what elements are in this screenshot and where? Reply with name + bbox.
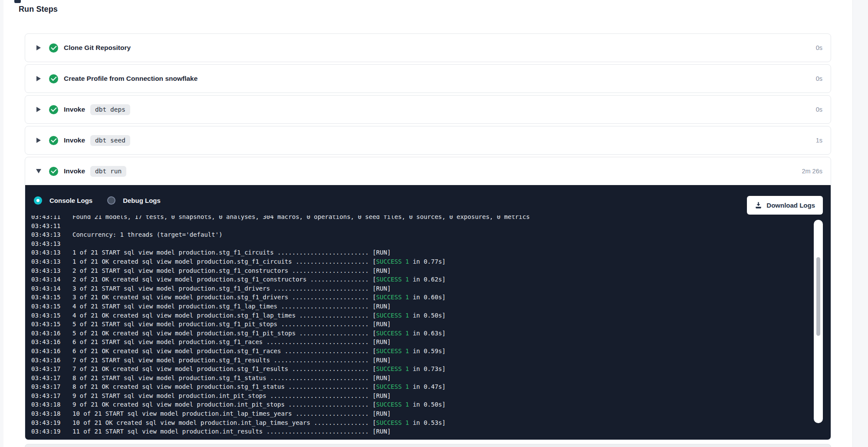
log-line: 03:43:153 of 21 OK created sql view mode… (31, 293, 831, 302)
log-success-badge: SUCCESS 1 (376, 330, 409, 337)
step-label: Create Profile from Connection snowflake (64, 75, 197, 83)
log-success-badge: SUCCESS 1 (376, 365, 409, 372)
log-timestamp: 03:43:19 (31, 427, 72, 436)
success-check-icon (49, 74, 58, 83)
success-check-icon (49, 105, 58, 114)
log-line: 03:43:166 of 21 START sql view model pro… (31, 338, 831, 347)
log-message: 6 of 21 OK created sql view model produc… (72, 348, 446, 354)
step-header[interactable]: Invoke dbt run 2m 26s (25, 157, 831, 185)
run-steps-list: Clone Git Repository 0s Create Profile f… (25, 33, 831, 442)
log-line: 03:43:154 of 21 OK created sql view mode… (31, 311, 831, 320)
log-message: 7 of 21 OK created sql view model produc… (72, 365, 446, 372)
log-timestamp: 03:43:13 (31, 257, 72, 266)
log-timestamp: 03:43:11 (31, 222, 72, 231)
log-line: 03:43:13Concurrency: 1 threads (target='… (31, 230, 831, 239)
step-duration: 0s (816, 75, 822, 82)
log-timestamp: 03:43:13 (31, 248, 72, 257)
log-message: 5 of 21 OK created sql view model produc… (72, 330, 446, 337)
log-message: 10 of 21 OK created sql view model produ… (72, 419, 446, 426)
log-timestamp: 03:43:18 (31, 409, 72, 418)
log-timestamp: 03:43:13 (31, 230, 72, 239)
left-edge-strip (0, 0, 3, 447)
log-timestamp: 03:43:17 (31, 391, 72, 401)
command-chip: dbt deps (90, 104, 130, 115)
log-success-badge: SUCCESS 1 (376, 419, 409, 426)
download-icon (755, 202, 762, 209)
log-timestamp: 03:43:13 (31, 266, 72, 275)
log-timestamp: 03:43:13 (31, 239, 72, 248)
log-message: 10 of 21 START sql view model production… (72, 410, 391, 417)
log-line: 03:43:177 of 21 OK created sql view mode… (31, 364, 831, 374)
step-header[interactable]: Invoke dbt deps 0s (25, 96, 831, 123)
next-step-card-peek (25, 444, 831, 447)
step-header[interactable]: Create Profile from Connection snowflake… (25, 65, 831, 93)
collapse-caret-icon[interactable] (36, 169, 41, 173)
log-line: 03:43:189 of 21 OK created sql view mode… (31, 400, 831, 409)
log-line: 03:43:178 of 21 OK created sql view mode… (31, 382, 831, 391)
step-card-dbt-seed: Invoke dbt seed 1s (25, 126, 831, 155)
step-duration: 1s (816, 137, 822, 144)
step-label: Invoke (64, 167, 85, 175)
step-card-clone-git: Clone Git Repository 0s (25, 33, 831, 62)
log-line: 03:43:131 of 21 OK created sql view mode… (31, 257, 831, 266)
log-line: 03:43:1910 of 21 OK created sql view mod… (31, 418, 831, 427)
log-success-badge: SUCCESS 1 (376, 383, 409, 390)
expand-caret-icon[interactable] (36, 45, 41, 50)
run-steps-screen: Run Steps Clone Git Repository 0s Create… (0, 0, 868, 447)
log-scrollbar-thumb[interactable] (816, 257, 820, 336)
page-title: Run Steps (19, 5, 58, 14)
success-check-icon (49, 43, 58, 53)
step-card-dbt-deps: Invoke dbt deps 0s (25, 95, 831, 124)
log-timestamp: 03:43:19 (31, 418, 72, 427)
log-line: 03:43:11Found 21 models, 17 tests, 0 sna… (31, 215, 831, 222)
log-success-badge: SUCCESS 1 (376, 348, 409, 354)
log-line: 03:43:155 of 21 START sql view model pro… (31, 320, 831, 329)
log-success-badge: SUCCESS 1 (376, 276, 409, 283)
log-message: 6 of 21 START sql view model production.… (72, 338, 391, 345)
log-success-badge: SUCCESS 1 (376, 312, 409, 319)
log-message: 8 of 21 OK created sql view model produc… (72, 383, 446, 390)
log-scrollbar-track[interactable] (814, 220, 823, 423)
log-message: 4 of 21 OK created sql view model produc… (72, 312, 446, 319)
download-logs-button[interactable]: Download Logs (747, 196, 823, 215)
log-line: 03:43:143 of 21 START sql view model pro… (31, 284, 831, 293)
log-timestamp: 03:43:17 (31, 374, 72, 383)
debug-logs-radio[interactable] (107, 196, 115, 205)
log-message: 9 of 21 OK created sql view model produc… (72, 401, 446, 408)
scrolled-element-fragment (14, 0, 21, 3)
step-card-create-profile: Create Profile from Connection snowflake… (25, 64, 831, 93)
log-line: 03:43:1911 of 21 START sql view model pr… (31, 427, 831, 436)
console-logs-label[interactable]: Console Logs (49, 197, 92, 204)
log-line: 03:43:166 of 21 OK created sql view mode… (31, 347, 831, 356)
log-line: 03:43:1810 of 21 START sql view model pr… (31, 409, 831, 418)
log-timestamp: 03:43:16 (31, 338, 72, 347)
log-line: 03:43:13 (31, 239, 831, 248)
log-message: 9 of 21 START sql view model production.… (72, 392, 391, 399)
log-timestamp: 03:43:17 (31, 364, 72, 374)
log-message: Found 21 models, 17 tests, 0 snapshots, … (72, 215, 530, 220)
log-line: 03:43:131 of 21 START sql view model pro… (31, 248, 831, 257)
expand-caret-icon[interactable] (36, 138, 41, 143)
log-line: 03:43:132 of 21 START sql view model pro… (31, 266, 831, 275)
expand-caret-icon[interactable] (36, 76, 41, 81)
debug-logs-label[interactable]: Debug Logs (123, 197, 161, 204)
step-header[interactable]: Invoke dbt seed 1s (25, 126, 831, 154)
log-line: 03:43:154 of 21 START sql view model pro… (31, 302, 831, 311)
log-message: Concurrency: 1 threads (target='default'… (72, 231, 223, 238)
log-timestamp: 03:43:14 (31, 275, 72, 284)
log-message: 11 of 21 START sql view model production… (72, 428, 391, 435)
success-check-icon (49, 136, 58, 145)
step-header[interactable]: Clone Git Repository 0s (25, 34, 831, 62)
log-message: 5 of 21 START sql view model production.… (72, 321, 391, 328)
log-timestamp: 03:43:16 (31, 356, 72, 365)
log-viewport[interactable]: 03:43:11Found 21 models, 17 tests, 0 sna… (25, 215, 831, 436)
expand-caret-icon[interactable] (36, 107, 41, 112)
log-message: 7 of 21 START sql view model production.… (72, 357, 391, 364)
log-line: 03:43:179 of 21 START sql view model pro… (31, 391, 831, 401)
log-line: 03:43:178 of 21 START sql view model pro… (31, 374, 831, 383)
step-duration: 0s (816, 106, 822, 113)
log-panel: Console Logs Debug Logs Download Logs (25, 185, 831, 440)
download-label: Download Logs (766, 202, 815, 209)
console-logs-radio[interactable] (34, 196, 42, 205)
step-label: Invoke (64, 136, 85, 144)
